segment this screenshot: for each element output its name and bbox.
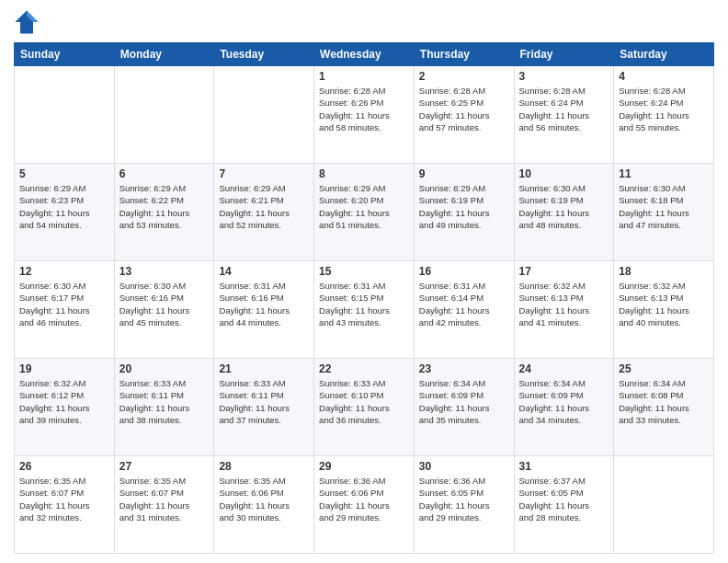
calendar-cell: 29Sunrise: 6:36 AMSunset: 6:06 PMDayligh… — [314, 456, 415, 554]
calendar-cell: 25Sunrise: 6:34 AMSunset: 6:08 PMDayligh… — [614, 359, 714, 456]
calendar-cell: 12Sunrise: 6:30 AMSunset: 6:17 PMDayligh… — [15, 261, 115, 359]
day-info: Sunrise: 6:32 AMSunset: 6:13 PMDaylight:… — [519, 280, 609, 328]
calendar-cell: 6Sunrise: 6:29 AMSunset: 6:22 PMDaylight… — [114, 164, 214, 261]
weekday-header-sunday: Sunday — [15, 43, 115, 66]
calendar-cell: 9Sunrise: 6:29 AMSunset: 6:19 PMDaylight… — [414, 164, 514, 261]
day-info: Sunrise: 6:33 AMSunset: 6:11 PMDaylight:… — [219, 377, 309, 426]
calendar-cell: 13Sunrise: 6:30 AMSunset: 6:16 PMDayligh… — [114, 261, 214, 359]
calendar-cell: 23Sunrise: 6:34 AMSunset: 6:09 PMDayligh… — [414, 359, 514, 456]
calendar-cell: 22Sunrise: 6:33 AMSunset: 6:10 PMDayligh… — [314, 359, 415, 456]
day-number: 16 — [419, 265, 509, 278]
day-number: 11 — [619, 167, 709, 180]
day-number: 19 — [19, 362, 109, 375]
day-number: 29 — [319, 460, 409, 473]
day-info: Sunrise: 6:30 AMSunset: 6:19 PMDaylight:… — [519, 182, 609, 231]
weekday-header-friday: Friday — [514, 43, 614, 66]
day-info: Sunrise: 6:31 AMSunset: 6:14 PMDaylight:… — [419, 280, 509, 328]
calendar-cell: 27Sunrise: 6:35 AMSunset: 6:07 PMDayligh… — [114, 456, 214, 554]
day-number: 12 — [19, 265, 109, 278]
calendar-cell: 24Sunrise: 6:34 AMSunset: 6:09 PMDayligh… — [514, 359, 614, 456]
day-info: Sunrise: 6:29 AMSunset: 6:22 PMDaylight:… — [119, 182, 210, 231]
day-number: 8 — [319, 167, 409, 180]
day-info: Sunrise: 6:30 AMSunset: 6:17 PMDaylight:… — [19, 280, 109, 328]
calendar-cell: 8Sunrise: 6:29 AMSunset: 6:20 PMDaylight… — [314, 164, 415, 261]
week-row-1: 1Sunrise: 6:28 AMSunset: 6:26 PMDaylight… — [15, 66, 714, 164]
calendar-cell: 31Sunrise: 6:37 AMSunset: 6:05 PMDayligh… — [514, 456, 614, 554]
calendar-cell: 16Sunrise: 6:31 AMSunset: 6:14 PMDayligh… — [414, 261, 514, 359]
calendar-cell: 15Sunrise: 6:31 AMSunset: 6:15 PMDayligh… — [314, 261, 415, 359]
day-info: Sunrise: 6:31 AMSunset: 6:15 PMDaylight:… — [319, 280, 409, 328]
day-number: 26 — [19, 460, 109, 473]
day-number: 27 — [119, 460, 210, 473]
calendar-cell — [15, 66, 115, 164]
day-info: Sunrise: 6:28 AMSunset: 6:25 PMDaylight:… — [419, 85, 509, 133]
day-info: Sunrise: 6:30 AMSunset: 6:18 PMDaylight:… — [619, 182, 709, 231]
calendar-cell: 4Sunrise: 6:28 AMSunset: 6:24 PMDaylight… — [614, 66, 714, 164]
day-info: Sunrise: 6:28 AMSunset: 6:24 PMDaylight:… — [519, 85, 609, 133]
day-number: 7 — [219, 167, 309, 180]
calendar-cell: 20Sunrise: 6:33 AMSunset: 6:11 PMDayligh… — [114, 359, 214, 456]
day-info: Sunrise: 6:29 AMSunset: 6:21 PMDaylight:… — [219, 182, 309, 231]
day-number: 13 — [119, 265, 210, 278]
day-number: 10 — [519, 167, 609, 180]
calendar-cell: 5Sunrise: 6:29 AMSunset: 6:23 PMDaylight… — [15, 164, 115, 261]
week-row-5: 26Sunrise: 6:35 AMSunset: 6:07 PMDayligh… — [15, 456, 714, 554]
day-number: 1 — [319, 70, 409, 83]
calendar-cell — [114, 66, 214, 164]
calendar-cell: 17Sunrise: 6:32 AMSunset: 6:13 PMDayligh… — [514, 261, 614, 359]
calendar-cell: 21Sunrise: 6:33 AMSunset: 6:11 PMDayligh… — [214, 359, 314, 456]
day-info: Sunrise: 6:34 AMSunset: 6:08 PMDaylight:… — [619, 377, 709, 426]
day-info: Sunrise: 6:33 AMSunset: 6:11 PMDaylight:… — [119, 377, 210, 426]
day-number: 9 — [419, 167, 509, 180]
logo-icon — [14, 9, 40, 35]
calendar-cell: 11Sunrise: 6:30 AMSunset: 6:18 PMDayligh… — [614, 164, 714, 261]
week-row-2: 5Sunrise: 6:29 AMSunset: 6:23 PMDaylight… — [15, 164, 714, 261]
week-row-3: 12Sunrise: 6:30 AMSunset: 6:17 PMDayligh… — [15, 261, 714, 359]
day-number: 17 — [519, 265, 609, 278]
day-info: Sunrise: 6:35 AMSunset: 6:07 PMDaylight:… — [19, 475, 109, 523]
calendar-cell: 19Sunrise: 6:32 AMSunset: 6:12 PMDayligh… — [15, 359, 115, 456]
weekday-header-tuesday: Tuesday — [214, 43, 314, 66]
day-number: 30 — [419, 460, 509, 473]
calendar-cell: 28Sunrise: 6:35 AMSunset: 6:06 PMDayligh… — [214, 456, 314, 554]
day-info: Sunrise: 6:31 AMSunset: 6:16 PMDaylight:… — [219, 280, 309, 328]
day-number: 3 — [519, 70, 609, 83]
calendar-table: SundayMondayTuesdayWednesdayThursdayFrid… — [14, 42, 714, 554]
day-number: 5 — [19, 167, 109, 180]
day-info: Sunrise: 6:29 AMSunset: 6:23 PMDaylight:… — [19, 182, 109, 231]
day-number: 18 — [619, 265, 709, 278]
day-number: 31 — [519, 460, 609, 473]
day-info: Sunrise: 6:37 AMSunset: 6:05 PMDaylight:… — [519, 475, 609, 523]
day-info: Sunrise: 6:33 AMSunset: 6:10 PMDaylight:… — [319, 377, 409, 426]
day-info: Sunrise: 6:36 AMSunset: 6:06 PMDaylight:… — [319, 475, 409, 523]
calendar-cell: 7Sunrise: 6:29 AMSunset: 6:21 PMDaylight… — [214, 164, 314, 261]
day-number: 28 — [219, 460, 309, 473]
day-info: Sunrise: 6:34 AMSunset: 6:09 PMDaylight:… — [419, 377, 509, 426]
day-info: Sunrise: 6:28 AMSunset: 6:24 PMDaylight:… — [619, 85, 709, 133]
day-info: Sunrise: 6:35 AMSunset: 6:06 PMDaylight:… — [219, 475, 309, 523]
weekday-header-saturday: Saturday — [614, 43, 714, 66]
weekday-header-thursday: Thursday — [414, 43, 514, 66]
day-number: 2 — [419, 70, 509, 83]
calendar-cell: 14Sunrise: 6:31 AMSunset: 6:16 PMDayligh… — [214, 261, 314, 359]
day-info: Sunrise: 6:29 AMSunset: 6:20 PMDaylight:… — [319, 182, 409, 231]
day-number: 25 — [619, 362, 709, 375]
week-row-4: 19Sunrise: 6:32 AMSunset: 6:12 PMDayligh… — [15, 359, 714, 456]
day-info: Sunrise: 6:36 AMSunset: 6:05 PMDaylight:… — [419, 475, 509, 523]
day-number: 4 — [619, 70, 709, 83]
header — [14, 9, 714, 35]
day-info: Sunrise: 6:28 AMSunset: 6:26 PMDaylight:… — [319, 85, 409, 133]
calendar-cell: 3Sunrise: 6:28 AMSunset: 6:24 PMDaylight… — [514, 66, 614, 164]
calendar-cell: 26Sunrise: 6:35 AMSunset: 6:07 PMDayligh… — [15, 456, 115, 554]
calendar-cell — [214, 66, 314, 164]
day-number: 14 — [219, 265, 309, 278]
logo — [14, 9, 43, 35]
day-number: 6 — [119, 167, 210, 180]
weekday-header-wednesday: Wednesday — [314, 43, 415, 66]
day-info: Sunrise: 6:29 AMSunset: 6:19 PMDaylight:… — [419, 182, 509, 231]
day-info: Sunrise: 6:35 AMSunset: 6:07 PMDaylight:… — [119, 475, 210, 523]
calendar-cell — [614, 456, 714, 554]
day-info: Sunrise: 6:30 AMSunset: 6:16 PMDaylight:… — [119, 280, 210, 328]
calendar-cell: 1Sunrise: 6:28 AMSunset: 6:26 PMDaylight… — [314, 66, 415, 164]
day-number: 23 — [419, 362, 509, 375]
